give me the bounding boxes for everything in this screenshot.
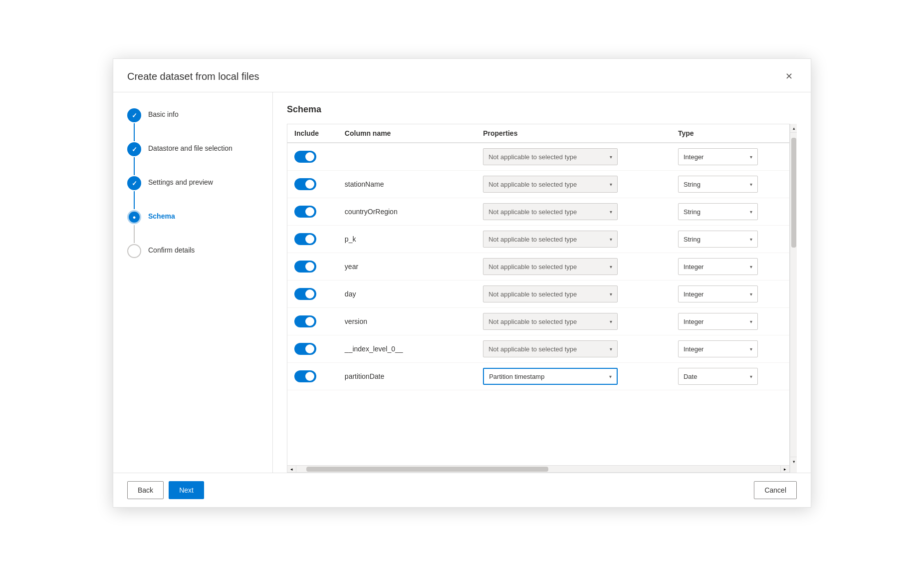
table-row: year Not applicable to selected type ▾ <box>287 253 789 281</box>
step-label-basic-info: Basic info <box>148 108 179 118</box>
step-circle-confirm <box>127 244 141 258</box>
step-line-2 <box>134 157 135 175</box>
h-scroll-thumb <box>306 467 548 472</box>
toggle-slider-4 <box>294 261 316 273</box>
type-select-7[interactable]: Integer ▾ <box>678 340 758 357</box>
dialog-footer: Back Next Cancel <box>113 473 811 507</box>
footer-left-buttons: Back Next <box>127 481 204 499</box>
main-content: Schema Include Column name Properties <box>273 92 811 473</box>
step-circle-settings: ✓ <box>127 176 141 190</box>
properties-select-6[interactable]: Not applicable to selected type ▾ <box>483 313 618 330</box>
step-confirm[interactable]: Confirm details <box>127 244 258 258</box>
type-select-text-5: Integer <box>684 290 703 298</box>
toggle-6[interactable] <box>294 315 316 327</box>
type-cell-5: Integer ▾ <box>671 281 789 308</box>
schema-section-title: Schema <box>287 104 797 115</box>
type-chevron-4: ▾ <box>750 264 752 270</box>
back-button[interactable]: Back <box>127 481 164 499</box>
step-basic-info[interactable]: ✓ Basic info <box>127 108 258 142</box>
h-scroll-left-btn[interactable]: ◂ <box>287 466 296 473</box>
type-cell-1: String ▾ <box>671 171 789 198</box>
toggle-2[interactable] <box>294 206 316 218</box>
toggle-1[interactable] <box>294 178 316 190</box>
step-settings[interactable]: ✓ Settings and preview <box>127 176 258 210</box>
column-name-cell-0 <box>338 143 476 171</box>
type-chevron-7: ▾ <box>750 346 752 352</box>
step-circle-datastore: ✓ <box>127 142 141 156</box>
toggle-4[interactable] <box>294 261 316 273</box>
properties-select-0[interactable]: Not applicable to selected type ▾ <box>483 148 618 165</box>
close-button[interactable]: ✕ <box>781 69 797 84</box>
type-chevron-0: ▾ <box>750 154 752 160</box>
type-chevron-3: ▾ <box>750 237 752 242</box>
chevron-icon-3: ▾ <box>610 237 612 242</box>
toggle-7[interactable] <box>294 343 316 355</box>
create-dataset-dialog: Create dataset from local files ✕ ✓ Basi… <box>113 58 811 508</box>
v-scroll-track <box>790 133 797 473</box>
column-name-cell-6: version <box>338 308 476 335</box>
include-cell-1 <box>287 171 338 198</box>
type-select-0[interactable]: Integer ▾ <box>678 148 758 165</box>
properties-select-7[interactable]: Not applicable to selected type ▾ <box>483 340 618 357</box>
type-select-4[interactable]: Integer ▾ <box>678 258 758 275</box>
properties-cell-7: Not applicable to selected type ▾ <box>476 335 671 363</box>
step-label-confirm: Confirm details <box>148 244 195 254</box>
include-cell-5 <box>287 281 338 308</box>
properties-select-4[interactable]: Not applicable to selected type ▾ <box>483 258 618 275</box>
col-header-type: Type <box>671 124 789 143</box>
type-select-text-7: Integer <box>684 345 703 353</box>
step-indicator-settings: ✓ <box>127 176 141 210</box>
properties-select-2[interactable]: Not applicable to selected type ▾ <box>483 203 618 220</box>
properties-cell-6: Not applicable to selected type ▾ <box>476 308 671 335</box>
toggle-0[interactable] <box>294 151 316 163</box>
toggle-5[interactable] <box>294 288 316 300</box>
type-chevron-6: ▾ <box>750 319 752 324</box>
table-row: __index_level_0__ Not applicable to sele… <box>287 335 789 363</box>
cancel-button[interactable]: Cancel <box>754 481 797 499</box>
properties-cell-8: Partition timestamp ▾ <box>476 363 671 390</box>
toggle-slider-7 <box>294 343 316 355</box>
step-indicator-basic-info: ✓ <box>127 108 141 142</box>
type-select-8[interactable]: Date ▾ <box>678 368 758 385</box>
step-label-schema: Schema <box>148 210 175 220</box>
chevron-icon-2: ▾ <box>610 209 612 215</box>
type-select-text-0: Integer <box>684 153 703 161</box>
toggle-3[interactable] <box>294 233 316 245</box>
type-chevron-1: ▾ <box>750 182 752 187</box>
table-row: version Not applicable to selected type … <box>287 308 789 335</box>
type-select-3[interactable]: String ▾ <box>678 231 758 248</box>
type-select-2[interactable]: String ▾ <box>678 203 758 220</box>
type-cell-2: String ▾ <box>671 198 789 226</box>
type-select-6[interactable]: Integer ▾ <box>678 313 758 330</box>
next-button[interactable]: Next <box>169 481 204 499</box>
toggle-slider-2 <box>294 206 316 218</box>
type-cell-6: Integer ▾ <box>671 308 789 335</box>
include-cell-8 <box>287 363 338 390</box>
dialog-title: Create dataset from local files <box>127 71 259 82</box>
v-scroll-down-btn[interactable]: ▾ <box>790 457 797 466</box>
type-select-1[interactable]: String ▾ <box>678 176 758 193</box>
type-chevron-2: ▾ <box>750 209 752 215</box>
step-datastore[interactable]: ✓ Datastore and file selection <box>127 142 258 176</box>
h-scroll-right-btn[interactable]: ▸ <box>780 466 789 473</box>
properties-select-3[interactable]: Not applicable to selected type ▾ <box>483 231 618 248</box>
vertical-scrollbar: ▴ ▾ <box>790 124 797 473</box>
include-cell-0 <box>287 143 338 171</box>
chevron-icon-6: ▾ <box>610 319 612 324</box>
column-name-cell-5: day <box>338 281 476 308</box>
steps-panel: ✓ Basic info ✓ Datastore and file select… <box>113 92 273 473</box>
step-circle-basic-info: ✓ <box>127 108 141 122</box>
column-name-cell-8: partitionDate <box>338 363 476 390</box>
toggle-8[interactable] <box>294 370 316 382</box>
step-schema[interactable]: ● Schema <box>127 210 258 244</box>
type-cell-0: Integer ▾ <box>671 143 789 171</box>
type-select-5[interactable]: Integer ▾ <box>678 285 758 302</box>
properties-select-1[interactable]: Not applicable to selected type ▾ <box>483 176 618 193</box>
v-scroll-up-btn[interactable]: ▴ <box>790 124 797 133</box>
table-scroll-area[interactable]: Include Column name Properties Type <box>287 124 789 465</box>
table-row: stationName Not applicable to selected t… <box>287 171 789 198</box>
type-cell-8: Date ▾ <box>671 363 789 390</box>
properties-select-8[interactable]: Partition timestamp ▾ <box>483 368 618 385</box>
properties-select-5[interactable]: Not applicable to selected type ▾ <box>483 285 618 302</box>
chevron-icon-7: ▾ <box>610 346 612 352</box>
